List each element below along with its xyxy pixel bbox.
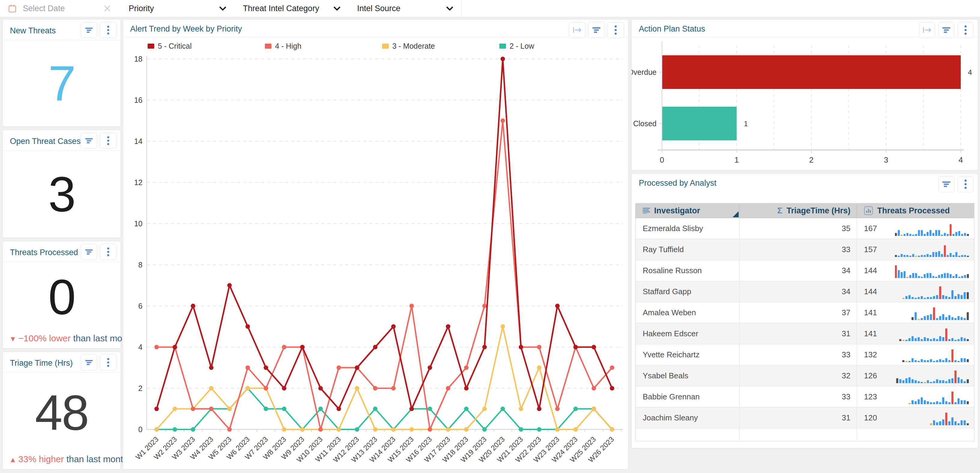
legend-label: 2 - Low <box>509 42 534 51</box>
fit-width-button[interactable] <box>569 22 585 38</box>
weekly-threats-sparkline <box>893 223 970 237</box>
action-plan-panel: Action Plan Status 01234Overdue4Closed1 <box>631 19 978 170</box>
bar-chart-icon <box>864 206 873 215</box>
svg-text:0: 0 <box>138 425 143 433</box>
triage-time-cell: 35 <box>740 218 857 239</box>
filter-button[interactable] <box>81 133 97 149</box>
kpi-card-title: New Threats <box>10 26 56 35</box>
svg-text:Overdue: Overdue <box>632 68 657 76</box>
date-filter[interactable]: Select Date <box>0 0 121 17</box>
threat-intel-category-filter[interactable]: Threat Intel Category <box>234 0 349 17</box>
table-row[interactable]: Staffard Gapp34144 <box>635 281 974 302</box>
svg-text:12: 12 <box>134 178 143 187</box>
svg-text:W19 2023: W19 2023 <box>459 435 488 463</box>
kebab-menu-button[interactable] <box>100 244 116 260</box>
kpi-card-header: Threats Processed <box>3 241 121 262</box>
threats-processed-value: 132 <box>864 350 877 359</box>
intel-source-label: Intel Source <box>357 4 401 13</box>
kebab-menu-button[interactable] <box>958 176 974 192</box>
alert-trend-chart: 024681012141618W1 2023W2 2023W3 2023W4 2… <box>123 19 628 469</box>
table-row[interactable]: Ray Tuffield33157 <box>635 239 974 260</box>
legend-label: 5 - Critical <box>158 42 192 51</box>
legend-item--low[interactable]: 2 - Low <box>499 42 534 51</box>
column-header-label: Threats Processed <box>877 206 950 216</box>
threats-processed-value: 144 <box>864 287 877 296</box>
intel-source-filter[interactable]: Intel Source <box>349 0 462 17</box>
kpi-delta: ▼−100% lower than last month <box>9 333 135 343</box>
threats-processed-value: 123 <box>864 392 877 402</box>
svg-text:8: 8 <box>138 260 143 269</box>
fit-width-button[interactable] <box>919 22 935 38</box>
svg-text:0: 0 <box>660 156 664 164</box>
delta-change-text: 33% higher <box>18 454 64 464</box>
priority-filter-label: Priority <box>129 4 154 13</box>
table-row[interactable]: Ezmeralda Slisby35167 <box>635 218 974 239</box>
threats-processed-cell: 167 <box>857 218 974 239</box>
weekly-threats-sparkline <box>893 412 970 426</box>
kebab-menu-button[interactable] <box>100 133 116 149</box>
kebab-menu-button[interactable] <box>958 22 974 38</box>
svg-text:W3 2023: W3 2023 <box>170 435 197 461</box>
calendar-icon <box>8 4 16 13</box>
svg-text:Closed: Closed <box>633 119 657 128</box>
svg-text:1: 1 <box>734 156 738 164</box>
svg-text:W16 2023: W16 2023 <box>404 435 433 463</box>
svg-text:4: 4 <box>138 343 143 351</box>
svg-text:1: 1 <box>744 120 748 128</box>
column-header-triagetime-hrs-[interactable]: ΣTriageTime (Hrs) <box>740 203 857 218</box>
svg-text:4: 4 <box>959 156 963 164</box>
kpi-card-title: Triage Time (Hrs) <box>10 359 73 368</box>
svg-text:16: 16 <box>134 96 143 104</box>
threats-processed-value: 126 <box>864 371 877 381</box>
svg-text:W11 2023: W11 2023 <box>313 435 342 463</box>
triage-time-cell: 32 <box>740 365 857 386</box>
legend-item--moderate[interactable]: 3 - Moderate <box>382 42 435 51</box>
svg-text:W21 2023: W21 2023 <box>495 435 524 463</box>
threats-processed-cell: 141 <box>857 302 974 323</box>
column-header-investigator[interactable]: Investigator <box>635 203 740 218</box>
svg-text:W10 2023: W10 2023 <box>295 435 324 463</box>
kpi-value: 48 <box>3 372 121 453</box>
filter-button[interactable] <box>588 22 605 38</box>
svg-text:W26 2023: W26 2023 <box>587 435 616 463</box>
kebab-menu-button[interactable] <box>100 354 116 370</box>
table-row[interactable]: Yvette Reichartz33132 <box>635 344 974 365</box>
svg-text:W20 2023: W20 2023 <box>477 435 506 463</box>
kpi-card-new-threats: New Threats7 <box>2 19 121 127</box>
delta-arrow-icon: ▲ <box>9 456 16 463</box>
kpi-value: 3 <box>3 151 121 238</box>
chevron-down-icon <box>219 6 227 12</box>
weekly-threats-sparkline <box>893 307 970 321</box>
table-row[interactable]: Joachim Sleany31120 <box>635 408 974 429</box>
svg-text:4: 4 <box>968 68 972 76</box>
threats-processed-value: 167 <box>864 224 877 233</box>
legend-item--critical[interactable]: 5 - Critical <box>148 42 192 51</box>
alert-trend-panel: Alert Trend by Week by Priority 5 - Crit… <box>123 19 628 470</box>
threats-processed-cell: 132 <box>857 344 974 365</box>
legend-swatch <box>382 44 389 49</box>
table-row[interactable]: Hakeem Edscer31141 <box>635 323 974 344</box>
svg-text:3: 3 <box>884 156 888 164</box>
delta-rest-text: than last month <box>67 454 128 464</box>
filter-button[interactable] <box>81 244 97 260</box>
priority-filter[interactable]: Priority <box>120 0 235 17</box>
kebab-menu-button[interactable] <box>608 22 624 38</box>
legend-item--high[interactable]: 4 - High <box>265 42 302 51</box>
filter-button[interactable] <box>938 22 955 38</box>
investigator-cell: Ezmeralda Slisby <box>635 218 740 239</box>
filter-button[interactable] <box>81 354 97 370</box>
kebab-menu-button[interactable] <box>100 22 116 38</box>
table-row[interactable]: Rosaline Russon34144 <box>635 260 974 281</box>
filter-button[interactable] <box>81 22 97 38</box>
table-row[interactable]: Ysabel Beals32126 <box>635 365 974 386</box>
weekly-threats-sparkline <box>893 286 970 300</box>
svg-text:W8 2023: W8 2023 <box>261 435 288 461</box>
clear-date-icon[interactable] <box>103 5 111 14</box>
table-row[interactable]: Amalea Weben37141 <box>635 302 974 323</box>
table-row[interactable]: Babbie Grennan33123 <box>635 386 974 408</box>
triage-time-cell: 33 <box>740 344 857 365</box>
column-header-threats-processed[interactable]: Threats Processed <box>857 203 974 218</box>
action-plan-header: Action Plan Status <box>632 19 978 37</box>
filter-button[interactable] <box>938 176 955 192</box>
alert-trend-title: Alert Trend by Week by Priority <box>130 24 242 34</box>
